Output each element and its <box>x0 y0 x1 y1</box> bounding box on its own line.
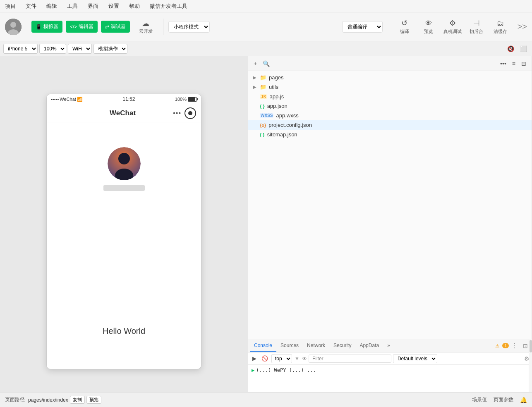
preview-label: 预览 <box>424 29 433 35</box>
menu-help[interactable]: 帮助 <box>127 2 141 10</box>
filter-input[interactable] <box>309 355 391 363</box>
phone-signal: ••••• WeChat 📶 <box>51 97 83 102</box>
menu-bar: 项目 文件 编辑 工具 界面 设置 帮助 微信开发者工具 <box>0 0 532 12</box>
realdevice-icon: ⚙ <box>449 19 456 28</box>
debug-tab-security[interactable]: Security <box>329 340 355 352</box>
cloud-label: 云开发 <box>139 28 153 34</box>
file-item-appwxss[interactable]: WXSS app.wxss <box>248 111 532 120</box>
menu-file[interactable]: 文件 <box>24 2 38 10</box>
cutbackend-icon: ⊣ <box>473 19 480 28</box>
toolbar-more-button[interactable]: >> <box>518 22 527 31</box>
device-select[interactable]: iPhone 5 iPhone 6 iPhone X <box>3 44 38 54</box>
file-item-sitemap[interactable]: { } sitemap.json <box>248 130 532 139</box>
add-file-button[interactable]: + <box>252 60 259 68</box>
debugger-button[interactable]: ⇄ 调试器 <box>101 21 130 33</box>
warning-icon: ⚠ <box>494 341 501 350</box>
record-inner <box>188 111 192 115</box>
zoom-select[interactable]: 100% 75% 50% <box>39 44 66 54</box>
file-item-pages[interactable]: ▶ 📁 pages <box>248 73 532 82</box>
phone-header-actions: ••• <box>173 107 196 119</box>
debug-tab-more[interactable]: » <box>383 340 394 352</box>
mute-button[interactable]: 🔇 <box>506 45 516 53</box>
menu-settings[interactable]: 设置 <box>107 2 121 10</box>
toolbar-cutbackend-group[interactable]: ⊣ 切后台 <box>466 19 487 35</box>
device-bar: iPhone 5 iPhone 6 iPhone X 100% 75% 50% … <box>0 41 532 56</box>
menu-ui[interactable]: 界面 <box>86 2 100 10</box>
status-bar: 页面路径 pages/index/index 复制 预览 场景值 页面参数 🔔 <box>0 392 532 407</box>
right-panel: + 🔍 ••• ≡ ⊟ ▶ 📁 pages ▶ 📁 utils <box>248 56 532 407</box>
bell-icon[interactable]: 🔔 <box>520 397 527 403</box>
file-item-utils[interactable]: ▶ 📁 utils <box>248 82 532 92</box>
preview-path-button[interactable]: 预览 <box>86 396 101 404</box>
debug-tab-network[interactable]: Network <box>303 340 329 352</box>
mode-select[interactable]: 小程序模式 插件模式 <box>168 21 210 33</box>
path-value: pages/index/index <box>28 397 68 403</box>
app-title: WeChat <box>110 109 136 117</box>
debug-tab-sources[interactable]: Sources <box>276 340 303 352</box>
avatar <box>5 19 22 35</box>
path-label: 页面路径 <box>5 396 25 403</box>
compile-select[interactable]: 普通编译 自定义编译 <box>342 21 383 33</box>
file-item-projectconfig[interactable]: {o} project.config.json <box>248 120 532 130</box>
device-bar-right: 🔇 ⬜ <box>506 45 529 53</box>
realdevice-label: 真机调试 <box>443 29 462 35</box>
file-sort-button[interactable]: ≡ <box>510 60 518 68</box>
user-avatar <box>108 147 141 180</box>
debug-tabs: Console Sources Network Security AppData… <box>248 339 532 352</box>
js-icon: JS <box>260 94 267 99</box>
toolbar-preview-group[interactable]: 👁 预览 <box>418 19 439 35</box>
toolbar-clearcache-group[interactable]: 🗂 清缓存 <box>490 19 511 35</box>
file-collapse-button[interactable]: ⊟ <box>519 60 528 68</box>
copy-path-button[interactable]: 复制 <box>70 396 85 404</box>
simulator-label: 模拟器 <box>43 23 58 30</box>
hello-world-text: Hello World <box>103 326 145 336</box>
file-list: ▶ 📁 pages ▶ 📁 utils JS app.js <box>248 71 532 339</box>
preview-icon: 👁 <box>425 19 432 28</box>
debug-run-button[interactable]: ▶ <box>251 355 258 362</box>
menu-project[interactable]: 项目 <box>3 2 17 10</box>
network-select[interactable]: WiFi 4G 3G <box>68 44 92 54</box>
editor-button[interactable]: </> 编辑器 <box>66 21 98 33</box>
menu-edit[interactable]: 编辑 <box>45 2 59 10</box>
file-item-appjs[interactable]: JS app.js <box>248 92 532 101</box>
file-more-button[interactable]: ••• <box>498 60 508 68</box>
file-item-appjson[interactable]: { } app.json <box>248 101 532 111</box>
file-toolbar: + 🔍 ••• ≡ ⊟ <box>248 56 532 71</box>
debug-tab-console[interactable]: Console <box>250 340 276 352</box>
toolbar-realdevice-group[interactable]: ⚙ 真机调试 <box>442 19 463 35</box>
clearcache-label: 清缓存 <box>494 29 507 35</box>
fullscreen-button[interactable]: ⬜ <box>518 45 529 53</box>
devtools-menu-button[interactable]: ⋮ <box>509 341 520 350</box>
refresh-label: 编译 <box>400 29 409 35</box>
carrier-name: WeChat <box>60 97 76 102</box>
debug-tab-appdata[interactable]: AppData <box>355 340 383 352</box>
sitemap-name: sitemap.json <box>267 131 297 138</box>
status-right: 场景值 页面参数 🔔 <box>472 396 527 403</box>
menu-wechat-devtools[interactable]: 微信开发者工具 <box>148 2 189 10</box>
appjson-name: app.json <box>267 103 288 109</box>
debug-block-button[interactable]: 🚫 <box>260 355 270 362</box>
editor-label: 编辑器 <box>79 23 93 30</box>
level-select[interactable]: Default levels Verbose Info Warnings Err… <box>393 354 437 363</box>
eye-button[interactable]: 👁 <box>302 356 307 362</box>
scrollbar-thumb <box>530 340 532 352</box>
phone-frame: ••••• WeChat 📶 11:52 100% WeChat ••• <box>46 94 201 369</box>
utils-folder-name: utils <box>269 84 278 90</box>
sitemap-icon: { } <box>260 132 265 137</box>
svg-point-1 <box>10 22 16 28</box>
folder-arrow-utils: ▶ <box>253 85 257 89</box>
phone-more-button[interactable]: ••• <box>173 109 181 117</box>
debug-expand-arrow[interactable]: ▶ <box>252 367 254 373</box>
wifi-icon: 📶 <box>77 97 83 102</box>
context-select[interactable]: top <box>271 354 292 363</box>
record-button[interactable] <box>185 107 196 119</box>
toolbar-refresh-group[interactable]: ↺ 编译 <box>394 19 415 35</box>
search-file-button[interactable]: 🔍 <box>261 60 272 68</box>
simulator-button[interactable]: 📱 模拟器 <box>31 21 62 33</box>
user-name-blurred <box>103 185 145 191</box>
simulator-panel: ••••• WeChat 📶 11:52 100% WeChat ••• <box>0 56 248 407</box>
menu-tools[interactable]: 工具 <box>65 2 79 10</box>
operation-select[interactable]: 模拟操作 <box>93 44 127 54</box>
cloud-button[interactable]: ☁ 云开发 <box>139 19 153 34</box>
toolbar-simulator-group: 📱 模拟器 <box>31 21 62 33</box>
